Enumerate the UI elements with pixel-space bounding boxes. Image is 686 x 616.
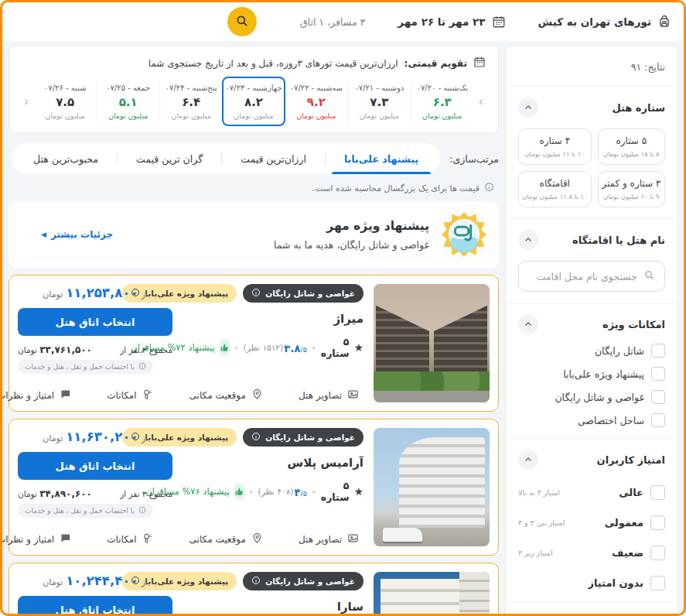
section-title-name: نام هتل یا اقامتگاه — [572, 234, 665, 246]
hotel-quick-links: تصاویر هتل موقعیت مکانی امکانات امت — [18, 529, 363, 546]
hotel-reviews-link[interactable]: امتیاز و نظرات — [2, 388, 71, 402]
day-label: پنج‌شنبه - ۰۷/۲۴ — [163, 84, 219, 92]
sort-tab-cheapest[interactable]: ارزان‌ترین قیمت — [222, 143, 325, 174]
link-label: موقعیت مکانی — [189, 534, 246, 545]
star-filter-4[interactable]: ۴ ستاره ۱۰ تا ۱۱ میلیون تومان — [518, 128, 592, 165]
collapse-rating-button[interactable] — [518, 450, 538, 470]
star-filter-title: ۳ ستاره و کمتر — [602, 178, 661, 189]
tour-passengers[interactable]: ۳ مسافر، ۱ اتاق — [300, 16, 365, 28]
amenity-alibaba-special[interactable]: پیشنهاد ویژه علی‌بابا — [518, 367, 665, 381]
calendar-prev-arrow[interactable]: ‹ — [19, 77, 34, 126]
badge-diving-shuttle[interactable]: غواصی و شاتل رایگان — [243, 284, 363, 303]
star-filter-range: ۱۰ تا ۱۱.۸ میلیون تومان — [522, 193, 588, 200]
star-filter-range: ۱۰ تا ۱۱ میلیون تومان — [522, 150, 588, 158]
amenity-diving-shuttle[interactable]: غواصی و شاتل رایگان — [518, 390, 665, 404]
day-price: ۷.۵ — [37, 95, 93, 109]
checkbox[interactable] — [650, 485, 665, 500]
promo-details-link[interactable]: جزئیات بیشتر ◀ — [19, 229, 113, 240]
checkbox[interactable] — [651, 390, 665, 404]
from-label: از — [141, 433, 147, 443]
hotel-name-search-input[interactable] — [528, 271, 637, 282]
calendar-day-0721[interactable]: دوشنبه - ۰۷/۲۱ ۷.۳ میلیون تومان — [348, 77, 410, 126]
select-room-button[interactable]: انتخاب اتاق هتل — [18, 452, 172, 480]
diving-offer-badge-icon — [440, 210, 488, 258]
chevron-up-icon — [524, 453, 533, 467]
collapse-name-button[interactable] — [518, 230, 538, 250]
calendar-title: تقویم قیمتی: — [404, 58, 467, 69]
hotel-location-link[interactable]: موقعیت مکانی — [189, 532, 263, 546]
calendar-day-0720[interactable]: یک‌شنبه - ۰۷/۲۰ ۶.۳ میلیون تومان — [411, 77, 473, 126]
select-room-button[interactable]: انتخاب اتاق هتل — [18, 596, 172, 616]
hotel-score: ۳.۸ — [284, 342, 301, 354]
checkbox[interactable] — [650, 546, 665, 560]
currency-label: تومان — [43, 289, 63, 299]
star-filter-5[interactable]: ۵ ستاره ۸ تا ۱۸ میلیون تومان — [598, 128, 665, 165]
rating-none[interactable]: بدون امتیاز — [518, 576, 665, 590]
checkbox[interactable] — [651, 367, 665, 381]
total-price-row: مجموع ۳ نفر از ۳۳,۷۶۱,۵۰۰ تومان — [18, 344, 172, 355]
day-unit: میلیون تومان — [288, 111, 344, 120]
hotel-images-link[interactable]: تصاویر هتل — [299, 532, 359, 546]
amenity-label: پیشنهاد ویژه علی‌بابا — [563, 368, 644, 380]
hotel-card-miraj: غواصی و شاتل رایگان پیشنهاد ویژه علی‌باب… — [9, 275, 499, 412]
badge-label: غواصی و شاتل رایگان — [265, 433, 355, 442]
checkbox[interactable] — [650, 515, 665, 530]
star-filter-residence[interactable]: اقامتگاه ۱۰ تا ۱۱.۸ میلیون تومان — [518, 171, 592, 207]
star-filter-title: ۵ ستاره — [602, 135, 661, 146]
badge-diving-shuttle[interactable]: غواصی و شاتل رایگان — [243, 428, 363, 447]
hotel-name[interactable]: سارا — [180, 600, 363, 614]
filter-hotel-stars: ستاره هتل ۵ ستاره ۸ تا ۱۸ میلیون تومان ۴… — [506, 86, 677, 218]
amenity-private-beach[interactable]: ساحل اختصاصی — [518, 413, 665, 427]
hotel-amenities-link[interactable]: امکانات — [107, 388, 153, 402]
link-label: موقعیت مکانی — [189, 390, 246, 401]
link-label: امکانات — [107, 534, 136, 545]
section-title-amenities: امکانات ویژه — [602, 319, 665, 330]
hotel-location-link[interactable]: موقعیت مکانی — [189, 388, 263, 402]
hotel-images-link[interactable]: تصاویر هتل — [299, 388, 359, 402]
calendar-day-0724[interactable]: پنج‌شنبه - ۰۷/۲۴ ۶.۴ میلیون تومان — [160, 77, 222, 126]
day-price: ۷.۳ — [351, 95, 407, 109]
from-label: از — [141, 289, 147, 299]
amenity-free-shuttle[interactable]: شاتل رایگان — [518, 344, 665, 358]
rating-excellent[interactable]: عالی امتیاز ۴ به بالا — [518, 485, 665, 500]
day-label: سه‌شنبه - ۰۷/۲۲ — [288, 84, 344, 92]
search-button[interactable] — [227, 7, 257, 36]
calendar-next-arrow[interactable]: › — [473, 77, 489, 126]
checkbox[interactable] — [651, 413, 665, 427]
rating-normal[interactable]: معمولی امتیاز بین ۳ و ۴ — [518, 515, 665, 530]
hotel-name[interactable]: میراژ — [180, 312, 363, 326]
badge-diving-shuttle[interactable]: غواصی و شاتل رایگان — [243, 572, 363, 590]
hotel-photo[interactable] — [374, 428, 490, 546]
hotel-amenities-link[interactable]: امکانات — [107, 532, 153, 546]
hotel-price: از۱۱,۲۵۳,۸۰۰تومان — [18, 286, 172, 300]
backpack-icon — [657, 15, 671, 29]
select-room-button[interactable]: انتخاب اتاق هتل — [18, 308, 172, 336]
checkbox[interactable] — [650, 576, 665, 590]
calendar-day-0722[interactable]: سه‌شنبه - ۰۷/۲۲ ۹.۲ میلیون تومان — [285, 77, 347, 126]
hotel-photo[interactable] — [374, 572, 490, 616]
tour-dates[interactable]: ۲۳ مهر تا ۲۶ مهر — [398, 15, 505, 29]
day-unit: میلیون تومان — [37, 111, 93, 120]
comment-icon — [60, 388, 71, 402]
sort-tab-most-expensive[interactable]: گران ترین قیمت — [118, 143, 221, 174]
hotel-reviews-link[interactable]: امتیاز و نظرات — [2, 532, 71, 546]
total-prefix: مجموع ۳ نفر از — [120, 489, 172, 498]
calendar-day-0726[interactable]: شنبه - ۰۷/۲۶ ۷.۵ میلیون تومان — [34, 77, 96, 126]
hotel-name[interactable]: آرامیس پلاس — [180, 456, 363, 470]
filters-sidebar: نتایج: ۹۱ ستاره هتل ۵ ستاره ۸ تا ۱۸ میلی… — [505, 46, 678, 616]
collapse-amenities-button[interactable] — [518, 314, 538, 334]
tour-route[interactable]: تورهای تهران به کیش — [538, 15, 671, 29]
adult-price-note-text: قیمت ها برای یک بزرگسال محاسبه شده است. — [312, 183, 480, 193]
star-filter-3-less[interactable]: ۳ ستاره و کمتر ۹ تا ۱۰ میلیون تومان — [598, 171, 665, 207]
sort-tab-most-popular[interactable]: محبوب‌ترین هتل — [15, 143, 117, 174]
calendar-day-0723-selected[interactable]: چهارشنبه - ۰۷/۲۳ ۸.۲ میلیون تومان — [222, 77, 285, 126]
sort-tab-alibaba-suggestion[interactable]: پیشنهاد علی‌بابا — [326, 143, 437, 174]
chevron-up-icon — [524, 317, 533, 332]
app-window: تورهای تهران به کیش ۲۳ مهر تا ۲۶ مهر ۳ م… — [0, 0, 686, 616]
collapse-price-button[interactable] — [518, 613, 538, 616]
collapse-stars-button[interactable] — [518, 98, 538, 118]
calendar-day-0725[interactable]: جمعه - ۰۷/۲۵ ۵.۱ میلیون تومان — [97, 77, 159, 126]
rating-weak[interactable]: ضعیف امتیاز زیر ۳ — [518, 546, 665, 560]
checkbox[interactable] — [651, 344, 665, 358]
hotel-photo[interactable] — [374, 284, 490, 402]
